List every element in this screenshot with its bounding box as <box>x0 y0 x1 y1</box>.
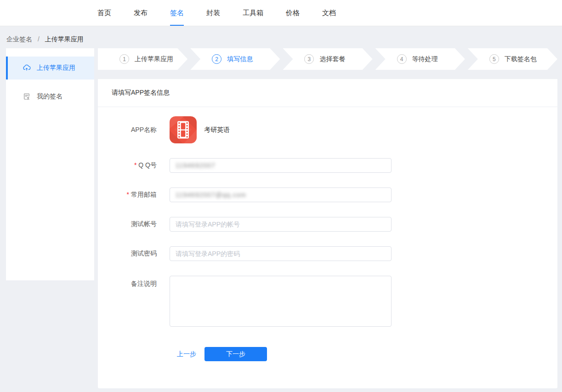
test-password-label: 测试密码 <box>98 250 157 258</box>
app-name-value: 考研英语 <box>204 126 230 134</box>
remark-label: 备注说明 <box>98 276 157 288</box>
step-label: 下载签名包 <box>505 55 537 63</box>
nav-item-sign[interactable]: 签名 <box>170 0 184 26</box>
top-nav: 首页 发布 签名 封装 工具箱 价格 文档 <box>0 0 562 26</box>
nav-item-docs[interactable]: 文档 <box>322 0 336 26</box>
sidebar-item-label: 我的签名 <box>37 92 62 101</box>
sidebar-item-label: 上传苹果应用 <box>37 64 75 72</box>
step-number: 4 <box>397 54 407 64</box>
remark-row: 备注说明 <box>98 276 557 327</box>
email-row: *常用邮箱 1194692007@qq.com <box>98 187 557 202</box>
signature-doc-icon <box>23 92 31 101</box>
step-1-upload-app: 1 上传苹果应用 <box>98 48 187 70</box>
form-title: 请填写APP签名信息 <box>98 79 557 107</box>
nav-item-home[interactable]: 首页 <box>97 0 111 26</box>
step-number: 2 <box>212 54 221 64</box>
step-label: 填写信息 <box>227 55 253 63</box>
film-app-icon <box>170 116 197 143</box>
test-account-row: 测试帐号 <box>98 217 557 232</box>
step-wizard: 1 上传苹果应用 2 填写信息 3 选择套餐 4 等待处理 5 下载签名包 <box>98 48 557 70</box>
app-name-row: APP名称 <box>98 116 557 143</box>
nav-item-package[interactable]: 封装 <box>206 0 220 26</box>
step-label: 等待处理 <box>412 55 438 63</box>
qq-label: Q Q号 <box>138 161 157 169</box>
main-content: 1 上传苹果应用 2 填写信息 3 选择套餐 4 等待处理 5 下载签名包 请填… <box>98 48 557 388</box>
sidebar-item-upload-ios-app[interactable]: 上传苹果应用 <box>6 57 94 80</box>
step-number: 3 <box>304 54 314 64</box>
breadcrumb-separator: / <box>38 35 40 43</box>
step-2-fill-info: 2 填写信息 <box>190 48 280 70</box>
email-input[interactable] <box>170 187 392 202</box>
test-password-input[interactable] <box>170 246 392 261</box>
step-number: 1 <box>119 54 129 64</box>
nav-item-price[interactable]: 价格 <box>286 0 300 26</box>
test-account-input[interactable] <box>170 217 392 232</box>
next-step-button[interactable]: 下一步 <box>204 347 267 361</box>
nav-item-toolbox[interactable]: 工具箱 <box>243 0 263 26</box>
step-label: 上传苹果应用 <box>135 55 173 63</box>
nav-item-publish[interactable]: 发布 <box>134 0 148 26</box>
remark-textarea[interactable] <box>170 276 392 327</box>
prev-step-button[interactable]: 上一步 <box>177 350 196 358</box>
required-mark: * <box>134 161 136 169</box>
qq-input[interactable] <box>170 158 392 173</box>
step-4-wait-processing: 4 等待处理 <box>375 48 465 70</box>
email-label: 常用邮箱 <box>131 191 157 198</box>
test-account-label: 测试帐号 <box>98 220 157 228</box>
required-mark: * <box>127 191 129 198</box>
cloud-upload-icon <box>23 64 31 72</box>
breadcrumb-parent[interactable]: 企业签名 <box>6 35 32 43</box>
form-actions: 上一步 下一步 <box>177 347 557 361</box>
test-password-row: 测试密码 <box>98 246 557 261</box>
qq-row: *Q Q号 1194692007 <box>98 158 557 173</box>
sidebar-item-my-signatures[interactable]: 我的签名 <box>6 85 94 108</box>
breadcrumb-current: 上传苹果应用 <box>45 35 84 43</box>
breadcrumb: 企业签名 / 上传苹果应用 <box>0 26 562 48</box>
app-name-label: APP名称 <box>98 126 157 134</box>
step-label: 选择套餐 <box>319 55 345 63</box>
sidebar: 上传苹果应用 我的签名 <box>6 48 94 280</box>
signature-form-card: 请填写APP签名信息 APP名称 <box>98 79 557 388</box>
step-number: 5 <box>489 54 499 64</box>
step-5-download-package: 5 下载签名包 <box>468 48 557 70</box>
step-3-choose-plan: 3 选择套餐 <box>283 48 372 70</box>
